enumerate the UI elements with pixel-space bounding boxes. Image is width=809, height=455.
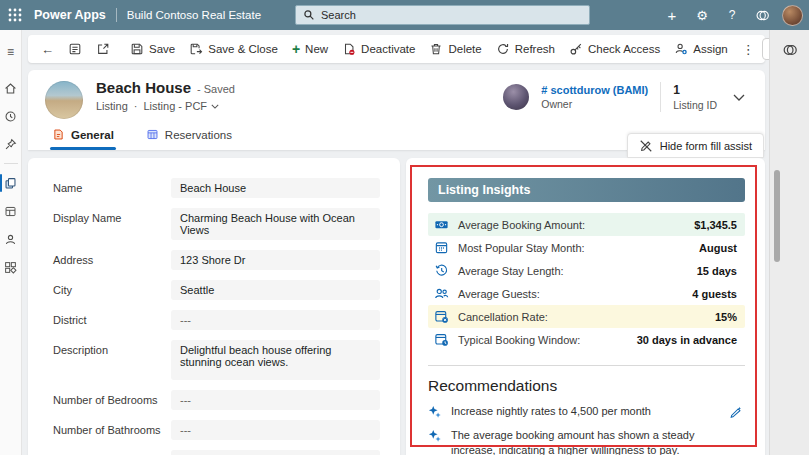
- save-button[interactable]: Save: [123, 37, 182, 61]
- scrollbar-thumb[interactable]: [774, 170, 780, 262]
- save-and-close-button[interactable]: Save & Close: [182, 37, 285, 61]
- pen-off-icon: [639, 139, 653, 153]
- environment-name[interactable]: Build Contoso Real Estate: [127, 9, 261, 21]
- add-icon[interactable]: +: [659, 2, 685, 28]
- insight-label: Typical Booking Window:: [458, 334, 628, 346]
- insight-row: Typical Booking Window: 30 days in advan…: [428, 328, 745, 351]
- tab-general[interactable]: General: [50, 120, 116, 150]
- nav-divider: [4, 163, 18, 164]
- form-row: Address 123 Shore Dr: [53, 250, 380, 270]
- listing-id-label: Listing ID: [673, 99, 717, 111]
- gear-icon[interactable]: ⚙: [689, 2, 715, 28]
- form-row: City Seattle: [53, 280, 380, 300]
- back-button[interactable]: ←: [34, 37, 61, 61]
- check-access-button[interactable]: Check Access: [562, 37, 667, 61]
- form-row: Name Beach House: [53, 178, 380, 198]
- assign-button[interactable]: Assign: [667, 37, 735, 61]
- key-icon: [569, 42, 583, 56]
- bathrooms-field[interactable]: ---: [171, 420, 380, 440]
- recommendation-text: The average booking amount has shown a s…: [451, 428, 745, 455]
- new-label: New: [305, 43, 328, 55]
- nav-home-icon[interactable]: [0, 75, 22, 101]
- help-icon[interactable]: ?: [719, 2, 745, 28]
- more-icon: ⋮: [742, 42, 755, 57]
- form-row: District ---: [53, 310, 380, 330]
- form-row: Number of Bathrooms ---: [53, 420, 380, 440]
- search-icon: [303, 9, 315, 21]
- owner-link[interactable]: # scottdurow (BAMI): [541, 84, 648, 96]
- save-label: Save: [149, 43, 175, 55]
- nav-contacts-icon[interactable]: [0, 226, 22, 252]
- field-label: Maximum Guests: [53, 450, 171, 455]
- form-section: Name Beach House Display Name Charming B…: [28, 158, 400, 455]
- sparkle-icon: [428, 405, 442, 419]
- nav-components-icon[interactable]: [0, 254, 22, 280]
- search-input[interactable]: Search: [295, 5, 590, 25]
- address-field[interactable]: 123 Shore Dr: [171, 250, 380, 270]
- form-row: Number of Bedrooms ---: [53, 390, 380, 410]
- open-in-new-icon: [96, 42, 110, 56]
- city-field[interactable]: Seattle: [171, 280, 380, 300]
- field-label: Number of Bedrooms: [53, 390, 171, 410]
- nav-tables-icon[interactable]: [0, 198, 22, 224]
- owner-field-label: Owner: [541, 98, 648, 110]
- nav-recent-icon[interactable]: [0, 103, 22, 129]
- entity-name: Listing: [96, 100, 128, 112]
- max-guests-field[interactable]: ---: [171, 450, 380, 455]
- form-selector[interactable]: Listing - PCF: [143, 100, 219, 112]
- copilot-panel-icon[interactable]: [779, 39, 801, 61]
- form-view-button[interactable]: [61, 37, 89, 61]
- field-label: Address: [53, 250, 171, 270]
- copilot-icon[interactable]: [749, 2, 775, 28]
- delete-button[interactable]: Delete: [422, 37, 488, 61]
- command-bar: ← Save: [28, 35, 765, 63]
- refresh-button[interactable]: Refresh: [489, 37, 562, 61]
- record-photo-avatar[interactable]: [45, 81, 83, 119]
- app-launcher-waffle-icon[interactable]: [0, 0, 30, 30]
- refresh-icon: [496, 42, 510, 56]
- insight-label: Average Stay Length:: [458, 265, 688, 277]
- description-field[interactable]: Delightful beach house offering stunning…: [171, 340, 380, 380]
- insight-row: Average Guests: 4 guests: [428, 282, 745, 305]
- field-label: Name: [53, 178, 171, 198]
- hide-form-fill-assist-button[interactable]: Hide form fill assist: [627, 133, 764, 158]
- apply-wand-icon[interactable]: [727, 404, 745, 420]
- check-access-label: Check Access: [588, 43, 660, 55]
- reservations-tab-icon: [146, 128, 159, 141]
- nav-menu-icon[interactable]: ≡: [0, 39, 22, 65]
- new-button[interactable]: + New: [285, 37, 335, 61]
- save-close-icon: [189, 42, 203, 56]
- field-label: Number of Bathrooms: [53, 420, 171, 440]
- calendar-cancel-icon: [434, 309, 449, 324]
- right-side-rail: [769, 30, 809, 455]
- display-name-field[interactable]: Charming Beach House with Ocean Views: [171, 208, 380, 240]
- insight-row: Most Popular Stay Month: August: [428, 236, 745, 259]
- insight-value: 15%: [715, 311, 737, 323]
- recommendation-item: Increase nightly rates to 4,500 per mont…: [428, 404, 745, 420]
- nav-active-page-icon[interactable]: [0, 170, 22, 196]
- deactivate-button[interactable]: Deactivate: [335, 37, 422, 61]
- tab-reservations[interactable]: Reservations: [144, 120, 234, 150]
- user-avatar[interactable]: [782, 5, 803, 26]
- more-commands-button[interactable]: ⋮: [735, 37, 762, 61]
- save-icon: [130, 42, 144, 56]
- save-and-close-label: Save & Close: [208, 43, 278, 55]
- insight-value: 30 days in advance: [637, 334, 737, 346]
- history-clock-icon: [434, 263, 449, 278]
- top-app-bar: Power Apps Build Contoso Real Estate Sea…: [0, 0, 809, 30]
- app-title[interactable]: Power Apps: [34, 8, 106, 22]
- tab-general-label: General: [71, 129, 114, 141]
- insight-row: Average Booking Amount: $1,345.5: [428, 213, 745, 236]
- header-expand-chevron-icon[interactable]: [729, 90, 749, 105]
- insight-label: Most Popular Stay Month:: [458, 242, 690, 254]
- open-in-new-button[interactable]: [89, 37, 117, 61]
- form-fill-assist-label: Hide form fill assist: [660, 140, 752, 152]
- district-field[interactable]: ---: [171, 310, 380, 330]
- assign-label: Assign: [693, 43, 728, 55]
- name-field[interactable]: Beach House: [171, 178, 380, 198]
- back-icon: ←: [41, 42, 54, 57]
- listing-id-value: 1: [673, 83, 717, 97]
- nav-pinned-icon[interactable]: [0, 131, 22, 157]
- bedrooms-field[interactable]: ---: [171, 390, 380, 410]
- owner-avatar[interactable]: [503, 84, 529, 110]
